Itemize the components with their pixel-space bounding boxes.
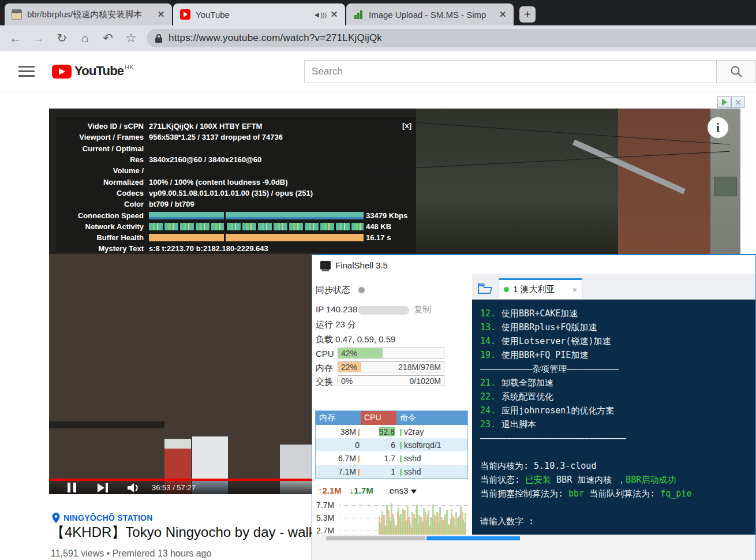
youtube-wordmark: YouTube bbox=[74, 64, 123, 79]
network-rate-row: ↑2.1M ↓1.7M ens3 bbox=[318, 486, 467, 495]
video-title: 【4KHDR】Tokyo Ningyocho by day - walking bbox=[51, 523, 312, 542]
green-play-icon bbox=[722, 99, 727, 106]
video-frame-ac-unit bbox=[714, 177, 737, 196]
stat-value: vp09.00.51.08.01.01.01.01.00 (315) / opu… bbox=[149, 189, 313, 197]
terminal-menu-item: 14.使用Lotserver(锐速)加速 bbox=[480, 334, 755, 348]
youtube-icon bbox=[180, 9, 190, 20]
stat-value: 100% / 100% (content loudness -9.0dB) bbox=[149, 178, 288, 186]
location-text: NINGYŌCHŌ STATION bbox=[63, 513, 153, 522]
open-folder-button[interactable] bbox=[472, 278, 499, 299]
stat-label: Connection Speed bbox=[56, 211, 144, 220]
session-tab-strip: 1 澳大利亚 × bbox=[472, 274, 755, 300]
pause-button[interactable] bbox=[68, 483, 79, 492]
finalshell-titlebar[interactable]: FinalShell 3.5 bbox=[320, 260, 388, 270]
window-title: FinalShell 3.5 bbox=[335, 260, 388, 270]
interface-selector[interactable]: ens3 bbox=[390, 486, 417, 495]
next-video-button[interactable] bbox=[98, 483, 108, 492]
menu-hamburger-icon[interactable] bbox=[18, 66, 35, 77]
mem-tick bbox=[358, 469, 360, 476]
terminal-menu-item: 12.使用BBR+CAKE加速 bbox=[480, 307, 755, 320]
swap-detail: 0/1020M bbox=[410, 376, 441, 386]
video-frame-building bbox=[416, 109, 618, 254]
stat-value: s:8 t:2213.70 b:2182.180-2229.643 bbox=[149, 244, 268, 253]
process-table[interactable]: 内存 CPU 命令 38M 52.8 v2ray 0 6 ksoftirqd/1… bbox=[315, 410, 468, 479]
tab-bbr-script[interactable]: bbr/bbrplus/锐速内核安装脚本 ✕ bbox=[5, 3, 172, 25]
guardrail bbox=[49, 421, 164, 428]
bookmark-star-icon[interactable]: ☆ bbox=[123, 31, 139, 46]
close-icon: ✕ bbox=[735, 98, 742, 107]
lock-icon bbox=[155, 33, 163, 43]
ytick: 5.3M bbox=[316, 513, 334, 522]
play-download-button[interactable] bbox=[717, 96, 731, 108]
stats-for-nerds-panel: [x] Video ID / sCPN271LKjQijQk / 100X HT… bbox=[56, 117, 416, 252]
close-icon[interactable]: × bbox=[572, 285, 577, 294]
volume-button[interactable] bbox=[126, 482, 140, 494]
terminal-menu-item: 22.系统配置优化 bbox=[480, 390, 755, 404]
tab-title: bbr/bbrplus/锐速内核安装脚本 bbox=[27, 9, 156, 20]
address-bar[interactable]: https://www.youtube.com/watch?v=271LKjQi… bbox=[147, 29, 756, 47]
search-button[interactable] bbox=[717, 60, 756, 83]
swap-percent: 0% bbox=[341, 376, 353, 386]
new-tab-button[interactable]: + bbox=[519, 6, 536, 23]
undo-icon[interactable]: ↶ bbox=[100, 31, 115, 46]
stat-value: 16.17 s bbox=[366, 233, 391, 242]
terminal-menu-item: 23.退出脚本 bbox=[480, 417, 755, 431]
youtube-logo[interactable]: YouTube HK bbox=[52, 64, 134, 79]
table-row[interactable]: 6.7M 1.7 sshd bbox=[316, 451, 467, 465]
download-rate: ↓1.7M bbox=[350, 486, 373, 495]
stat-label: Viewport / Frames bbox=[56, 133, 144, 141]
swap-label: 交换 bbox=[316, 376, 333, 387]
tab-smms[interactable]: Image Upload - SM.MS - Simp ✕ bbox=[346, 3, 514, 25]
col-mem[interactable]: 内存 bbox=[316, 411, 361, 425]
stat-label: Res bbox=[56, 155, 144, 164]
time-display: 36:53 / 57:27 bbox=[152, 483, 196, 492]
widget-close-button[interactable]: ✕ bbox=[731, 96, 745, 108]
avatar-icon bbox=[12, 9, 22, 20]
session-tab-australia[interactable]: 1 澳大利亚 × bbox=[499, 278, 582, 299]
cpu-tick bbox=[400, 442, 402, 449]
table-row[interactable]: 38M 52.8 v2ray bbox=[316, 425, 467, 438]
video-location-link[interactable]: NINGYŌCHŌ STATION bbox=[52, 513, 153, 523]
terminal-output[interactable]: 12.使用BBR+CAKE加速 13.使用BBRplus+FQ版加速 14.使用… bbox=[472, 300, 755, 538]
buffer-health-graph bbox=[149, 234, 364, 241]
table-row[interactable]: 7.1M 1 sshd bbox=[316, 465, 467, 478]
search-input[interactable] bbox=[304, 60, 717, 83]
terminal-divider: ———————————————————————————— bbox=[480, 431, 755, 445]
close-icon[interactable]: ✕ bbox=[329, 9, 339, 20]
finalshell-monitor-panel: 同步状态 IP 140.238复制 运行 23 分 负载 0.47, 0.59,… bbox=[312, 274, 472, 560]
terminal-status-line: 当前状态: 已安装 BBR 加速内核 ，BBR启动成功 bbox=[480, 473, 755, 487]
col-cpu[interactable]: CPU bbox=[361, 411, 396, 425]
forward-icon[interactable]: → bbox=[31, 31, 46, 46]
cpu-label: CPU bbox=[316, 349, 334, 359]
cpu-tick bbox=[400, 469, 402, 476]
home-icon[interactable]: ⌂ bbox=[77, 31, 92, 46]
terminal-blank bbox=[480, 445, 755, 459]
table-row[interactable]: 0 6 ksoftirqd/1 bbox=[316, 438, 467, 451]
terminal-blank bbox=[480, 501, 755, 514]
col-cmd[interactable]: 命令 bbox=[396, 411, 467, 425]
audio-playing-icon[interactable]: ◄))) bbox=[313, 10, 327, 19]
terminal-divider: ——————————杂项管理—————————— bbox=[480, 362, 755, 376]
stat-label: Buffer Health bbox=[56, 233, 144, 242]
close-icon[interactable]: ✕ bbox=[497, 9, 508, 20]
ip-text: IP 140.238 bbox=[316, 304, 357, 314]
stats-close-button[interactable]: [x] bbox=[402, 121, 411, 130]
status-segment-blue bbox=[426, 536, 520, 540]
stat-value: 3840x2160@60 / 3840x2160@60 bbox=[149, 155, 261, 164]
mem-tick bbox=[358, 456, 360, 462]
tab-youtube[interactable]: YouTube ◄))) ✕ bbox=[173, 3, 345, 25]
upload-rate: ↑2.1M bbox=[318, 486, 342, 495]
swap-meter: 0% 0/1020M bbox=[338, 375, 444, 386]
copy-ip-button[interactable]: 复制 bbox=[414, 304, 431, 314]
reload-icon[interactable]: ↻ bbox=[54, 31, 69, 46]
mem-meter: 22% 218M/978M bbox=[338, 361, 444, 372]
stat-label: Current / Optimal bbox=[56, 144, 144, 153]
stat-label: Codecs bbox=[56, 189, 144, 197]
info-icon[interactable]: i bbox=[708, 117, 728, 138]
close-icon[interactable]: ✕ bbox=[156, 9, 166, 20]
location-pin-icon bbox=[52, 513, 60, 523]
back-icon[interactable]: ← bbox=[8, 31, 23, 46]
session-tab-label: 1 澳大利亚 bbox=[513, 284, 555, 295]
search-icon bbox=[730, 65, 743, 78]
chevron-down-icon bbox=[411, 490, 417, 494]
